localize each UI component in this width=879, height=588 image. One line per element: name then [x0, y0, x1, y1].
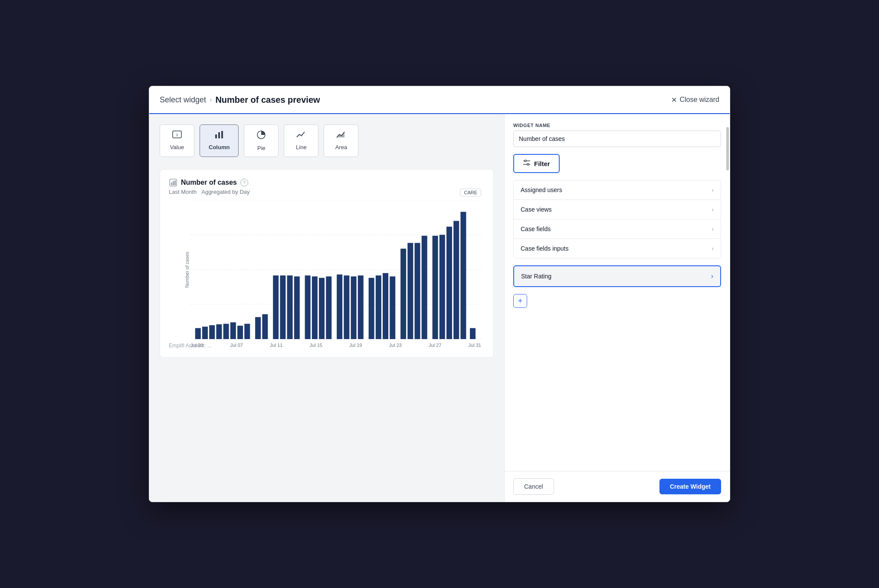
- breadcrumb-separator: ›: [210, 96, 212, 104]
- chart-card: Number of cases ? Last Month Aggregated …: [160, 169, 494, 358]
- svg-rect-39: [344, 275, 349, 339]
- widget-type-area[interactable]: Area: [324, 124, 358, 157]
- cancel-button[interactable]: Cancel: [513, 478, 554, 495]
- svg-rect-25: [230, 322, 236, 339]
- svg-rect-26: [237, 326, 243, 339]
- widget-type-value[interactable]: 1 Value: [160, 124, 194, 157]
- svg-rect-3: [218, 132, 220, 138]
- scrollbar-track[interactable]: [726, 114, 729, 471]
- svg-rect-51: [440, 235, 445, 339]
- svg-text:1: 1: [176, 133, 178, 137]
- column-icon: [214, 130, 224, 141]
- x-label-3: Jul 11: [270, 343, 282, 348]
- x-label-5: Jul 19: [349, 343, 362, 348]
- chart-svg: 100 75 50 25 0: [190, 200, 481, 339]
- filter-label: Filter: [534, 160, 550, 167]
- svg-rect-44: [383, 273, 388, 339]
- modal-body: 1 Value Column: [149, 114, 730, 502]
- svg-rect-36: [319, 278, 325, 339]
- svg-rect-8: [173, 181, 174, 185]
- modal-container: Select widget › Number of cases preview …: [149, 86, 730, 502]
- y-axis-label: Number of cases: [184, 252, 190, 287]
- svg-rect-46: [400, 248, 406, 339]
- svg-rect-43: [376, 275, 381, 339]
- widget-name-input[interactable]: [513, 131, 721, 147]
- chart-period: Last Month: [169, 189, 197, 195]
- svg-rect-47: [407, 243, 413, 339]
- filter-item-case-views[interactable]: Case views ›: [514, 200, 721, 219]
- value-icon: 1: [172, 130, 182, 141]
- filter-item-case-fields[interactable]: Case fields ›: [514, 219, 721, 239]
- filter-assigned-users-label: Assigned users: [521, 186, 562, 193]
- chart-help-icon[interactable]: ?: [240, 179, 248, 186]
- svg-rect-32: [287, 275, 293, 339]
- chevron-right-icon: ›: [712, 225, 714, 232]
- svg-rect-9: [174, 180, 176, 185]
- svg-rect-41: [358, 275, 364, 339]
- area-icon: [336, 130, 346, 141]
- column-label: Column: [209, 144, 230, 150]
- svg-point-57: [525, 160, 526, 162]
- svg-rect-29: [262, 314, 268, 339]
- widget-type-pie[interactable]: Pie: [244, 124, 279, 157]
- svg-rect-21: [202, 327, 208, 339]
- chart-area: Number of cases 100 75 50 25 0: [169, 200, 485, 339]
- svg-rect-38: [337, 274, 342, 339]
- x-label-7: Jul 27: [429, 343, 441, 348]
- filter-button[interactable]: Filter: [513, 154, 560, 173]
- svg-rect-40: [351, 276, 357, 339]
- filter-icon: [523, 159, 531, 168]
- close-wizard-button[interactable]: ✕ Close wizard: [671, 96, 719, 104]
- value-label: Value: [170, 144, 184, 150]
- pie-label: Pie: [257, 145, 266, 151]
- pie-icon: [256, 130, 266, 142]
- svg-rect-45: [390, 276, 395, 339]
- svg-rect-22: [209, 325, 215, 339]
- svg-rect-54: [460, 212, 466, 339]
- widget-type-bar: 1 Value Column: [160, 124, 494, 157]
- svg-rect-50: [433, 236, 438, 339]
- chevron-right-icon: ›: [712, 245, 714, 252]
- add-filter-button[interactable]: +: [513, 294, 527, 308]
- care-badge: CARE: [460, 189, 481, 196]
- svg-rect-23: [216, 324, 222, 339]
- line-label: Line: [296, 144, 307, 150]
- widget-name-label: WIDGET NAME: [513, 123, 721, 128]
- svg-rect-35: [312, 276, 318, 339]
- svg-point-59: [527, 163, 529, 165]
- star-rating-item[interactable]: Star Rating ›: [513, 265, 721, 287]
- svg-rect-33: [294, 276, 300, 339]
- svg-rect-53: [453, 221, 459, 339]
- x-axis-labels: Jul 03 Jul 07 Jul 11 Jul 15 Jul 19 Jul 2…: [190, 341, 481, 348]
- breadcrumb-link[interactable]: Select widget: [160, 95, 206, 105]
- x-label-2: Jul 07: [230, 343, 243, 348]
- svg-rect-48: [415, 243, 420, 339]
- filter-item-case-fields-inputs[interactable]: Case fields inputs ›: [514, 239, 721, 258]
- x-label-4: Jul 15: [310, 343, 322, 348]
- widget-type-line[interactable]: Line: [284, 124, 318, 157]
- chart-title: Number of cases: [181, 179, 237, 186]
- x-label-1: Jul 03: [190, 343, 203, 348]
- close-wizard-label: Close wizard: [679, 96, 719, 104]
- chart-header-icon: [169, 178, 177, 187]
- svg-rect-52: [446, 227, 452, 339]
- filter-item-assigned-users[interactable]: Assigned users ›: [514, 180, 721, 200]
- widget-type-column[interactable]: Column: [200, 124, 239, 157]
- left-panel: 1 Value Column: [149, 114, 504, 502]
- scrollbar-thumb: [726, 127, 729, 170]
- svg-rect-2: [215, 134, 217, 138]
- filter-case-views-label: Case views: [521, 206, 552, 213]
- svg-rect-34: [305, 275, 311, 339]
- chart-meta: Last Month Aggregated by Day CARE: [169, 189, 485, 195]
- svg-rect-24: [223, 324, 229, 339]
- filter-case-fields-inputs-label: Case fields inputs: [521, 245, 569, 252]
- chevron-right-icon: ›: [712, 206, 714, 213]
- svg-rect-55: [470, 328, 476, 339]
- area-label: Area: [335, 144, 347, 150]
- right-panel-scroll: WIDGET NAME Filter As: [505, 114, 730, 471]
- x-label-6: Jul 23: [389, 343, 402, 348]
- svg-rect-28: [255, 317, 261, 339]
- filter-list: Assigned users › Case views › Case field…: [513, 180, 721, 258]
- create-widget-button[interactable]: Create Widget: [659, 479, 721, 494]
- modal-header: Select widget › Number of cases preview …: [149, 86, 730, 114]
